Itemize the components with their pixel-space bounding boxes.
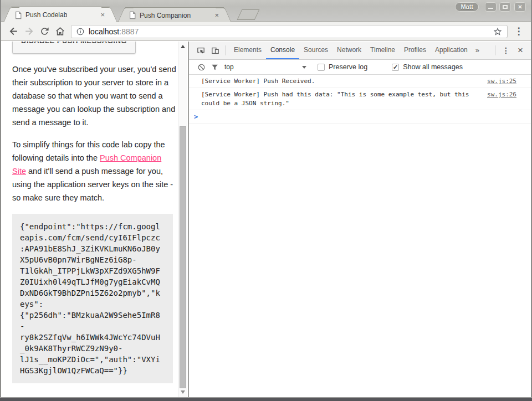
tab-sources[interactable]: Sources: [299, 42, 332, 59]
devtools-menu-button[interactable]: ⋮: [499, 42, 513, 59]
console-message: [Service Worker] Push had this data: "Th…: [189, 88, 531, 110]
show-all-messages-toggle[interactable]: ✓ Show all messages: [392, 63, 463, 71]
new-tab-button[interactable]: [237, 9, 260, 20]
scroll-up-icon[interactable]: [181, 45, 185, 48]
browser-menu-button[interactable]: ⋮: [511, 24, 526, 39]
console-output: [Service Worker] Push Received. sw.js:25…: [189, 75, 531, 397]
tab-push-companion[interactable]: Push Companion ×: [125, 7, 224, 23]
titlebar: Matt ✕ Push Codelab × Push Companion ×: [0, 0, 532, 22]
url-host: localhost: [89, 27, 119, 36]
context-label: top: [224, 63, 234, 71]
disable-push-button[interactable]: DISABLE PUSH MESSAGING: [12, 42, 136, 54]
reload-button[interactable]: [37, 24, 52, 39]
preserve-log-checkbox[interactable]: [318, 64, 325, 71]
page-content: DISABLE PUSH MESSAGING Once you've subsc…: [1, 42, 189, 397]
device-toolbar-button[interactable]: [208, 42, 222, 59]
paragraph-companion: To simplify things for this code lab cop…: [12, 138, 177, 204]
divider: [226, 45, 226, 55]
url-port: :8887: [119, 27, 139, 36]
paragraph-subscription: Once you've subscribed your user, you'd …: [12, 63, 177, 129]
tab-title: Push Codelab: [25, 11, 67, 19]
window-frame: [0, 0, 1, 401]
inspect-element-button[interactable]: [193, 42, 208, 59]
preserve-log-label: Preserve log: [329, 63, 367, 71]
scroll-down-icon[interactable]: [181, 390, 185, 394]
content-area: DISABLE PUSH MESSAGING Once you've subsc…: [1, 42, 531, 397]
tab-title: Push Companion: [140, 12, 191, 19]
prompt-chevron-icon: >: [194, 113, 198, 121]
tab-console[interactable]: Console: [266, 42, 299, 59]
divider: [495, 45, 495, 55]
source-link[interactable]: sw.js:25: [487, 77, 516, 86]
preserve-log-toggle[interactable]: Preserve log: [318, 63, 367, 71]
console-prompt[interactable]: >: [189, 110, 531, 124]
kebab-menu-icon: ⋮: [514, 25, 524, 37]
home-button[interactable]: [52, 24, 68, 39]
maximize-button[interactable]: [499, 2, 511, 12]
maximize-icon: [503, 5, 508, 9]
site-info-icon[interactable]: [76, 27, 85, 36]
tab-network[interactable]: Network: [332, 42, 366, 59]
page-icon: [129, 11, 136, 19]
tab-timeline[interactable]: Timeline: [366, 42, 400, 59]
close-window-button[interactable]: ✕: [514, 2, 526, 12]
tab-application[interactable]: Application: [431, 42, 472, 59]
address-bar[interactable]: localhost :8887: [71, 25, 508, 38]
scrollbar-thumb[interactable]: [180, 126, 186, 388]
execution-context-select[interactable]: top: [224, 63, 306, 71]
show-all-checkbox[interactable]: ✓: [392, 64, 399, 71]
paragraph-text: and it'll send a push message for you, u…: [12, 167, 173, 202]
more-tabs-button[interactable]: »: [472, 42, 483, 59]
filter-button[interactable]: [208, 60, 221, 74]
devtools-close-button[interactable]: ×: [513, 42, 528, 59]
tab-profiles[interactable]: Profiles: [400, 42, 431, 59]
browser-toolbar: localhost :8887 ⋮: [1, 22, 531, 41]
show-all-label: Show all messages: [403, 63, 463, 71]
console-toolbar: top Preserve log ✓ Show all messages: [189, 60, 531, 75]
dropdown-arrow-icon: [302, 66, 306, 69]
subscription-json-block: {"endpoint":"https://fcm.googl eapis.com…: [12, 214, 173, 383]
forward-button[interactable]: [21, 24, 37, 39]
minimize-icon: [488, 8, 493, 9]
console-message-text: [Service Worker] Push Received.: [201, 77, 480, 86]
source-link[interactable]: sw.js:26: [487, 90, 516, 99]
minimize-button[interactable]: [485, 2, 497, 12]
console-message: [Service Worker] Push Received. sw.js:25: [189, 75, 531, 88]
window-frame: [0, 397, 532, 401]
close-icon: ✕: [518, 4, 522, 10]
page-icon: [14, 11, 22, 19]
browser-window: Matt ✕ Push Codelab × Push Companion ×: [0, 0, 532, 401]
devtools-toolbar: Elements Console Sources Network Timelin…: [189, 42, 531, 60]
tab-elements[interactable]: Elements: [229, 42, 266, 59]
profile-badge[interactable]: Matt: [455, 2, 479, 12]
devtools-panel: Elements Console Sources Network Timelin…: [189, 42, 531, 397]
tab-push-codelab[interactable]: Push Codelab ×: [11, 7, 110, 23]
tab-close-button[interactable]: ×: [213, 12, 221, 19]
tab-close-button[interactable]: ×: [99, 12, 106, 18]
console-message-text: [Service Worker] Push had this data: "Th…: [201, 90, 480, 108]
check-icon: ✓: [393, 64, 398, 70]
page-scrollbar[interactable]: [178, 42, 187, 397]
bookmark-star-button[interactable]: [493, 27, 503, 37]
clear-console-button[interactable]: [195, 60, 208, 74]
back-button[interactable]: [6, 24, 21, 39]
